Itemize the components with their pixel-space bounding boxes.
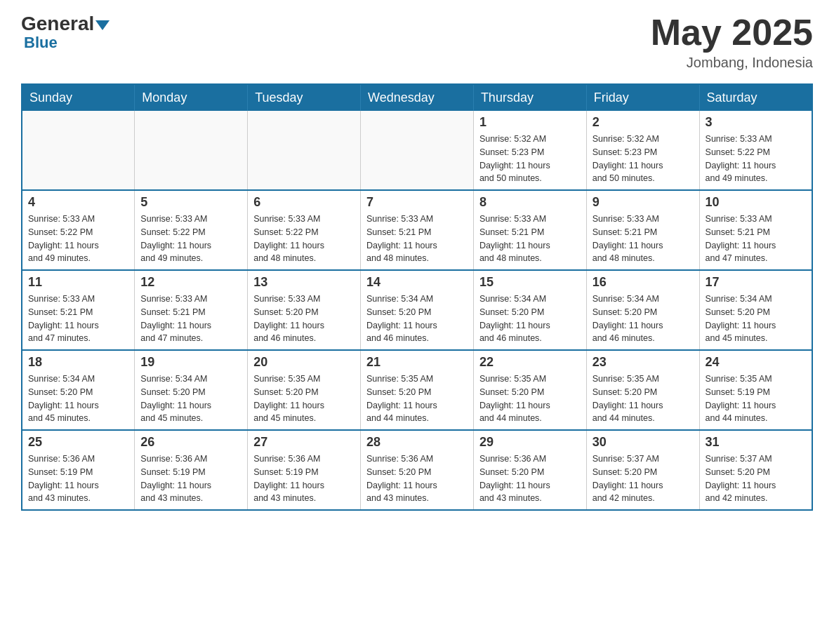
day-header-tuesday: Tuesday: [248, 84, 361, 111]
calendar-cell: 26Sunrise: 5:36 AM Sunset: 5:19 PM Dayli…: [135, 430, 248, 510]
calendar-week-row: 4Sunrise: 5:33 AM Sunset: 5:22 PM Daylig…: [22, 190, 812, 270]
day-number: 4: [28, 195, 128, 210]
calendar-cell: 30Sunrise: 5:37 AM Sunset: 5:20 PM Dayli…: [586, 430, 699, 510]
day-header-thursday: Thursday: [473, 84, 586, 111]
title-block: May 2025 Jombang, Indonesia: [651, 14, 813, 71]
day-sun-info: Sunrise: 5:34 AM Sunset: 5:20 PM Dayligh…: [366, 293, 468, 345]
logo-blue-text: Blue: [24, 34, 58, 52]
day-number: 12: [140, 275, 241, 290]
day-number: 20: [253, 355, 355, 370]
calendar-cell: 5Sunrise: 5:33 AM Sunset: 5:22 PM Daylig…: [135, 190, 248, 270]
day-number: 24: [706, 355, 806, 370]
day-header-wednesday: Wednesday: [361, 84, 474, 111]
day-sun-info: Sunrise: 5:33 AM Sunset: 5:21 PM Dayligh…: [140, 293, 241, 345]
day-header-saturday: Saturday: [699, 84, 812, 111]
day-number: 16: [593, 275, 694, 290]
day-sun-info: Sunrise: 5:32 AM Sunset: 5:23 PM Dayligh…: [479, 133, 581, 185]
day-number: 2: [593, 115, 694, 130]
calendar-cell: [248, 111, 361, 190]
calendar-cell: 2Sunrise: 5:32 AM Sunset: 5:23 PM Daylig…: [586, 111, 699, 190]
calendar-cell: 6Sunrise: 5:33 AM Sunset: 5:22 PM Daylig…: [248, 190, 361, 270]
day-sun-info: Sunrise: 5:33 AM Sunset: 5:22 PM Dayligh…: [28, 213, 128, 265]
calendar-cell: [361, 111, 474, 190]
day-sun-info: Sunrise: 5:33 AM Sunset: 5:21 PM Dayligh…: [593, 213, 694, 265]
calendar-cell: 8Sunrise: 5:33 AM Sunset: 5:21 PM Daylig…: [473, 190, 586, 270]
day-sun-info: Sunrise: 5:34 AM Sunset: 5:20 PM Dayligh…: [593, 293, 694, 345]
day-number: 29: [479, 435, 581, 450]
day-number: 10: [706, 195, 806, 210]
day-sun-info: Sunrise: 5:36 AM Sunset: 5:19 PM Dayligh…: [140, 452, 241, 505]
day-sun-info: Sunrise: 5:35 AM Sunset: 5:20 PM Dayligh…: [593, 373, 694, 425]
calendar-cell: 31Sunrise: 5:37 AM Sunset: 5:20 PM Dayli…: [699, 430, 812, 510]
day-number: 9: [593, 195, 694, 210]
calendar-cell: [135, 111, 248, 190]
calendar-cell: 15Sunrise: 5:34 AM Sunset: 5:20 PM Dayli…: [473, 270, 586, 350]
day-number: 5: [140, 195, 241, 210]
day-number: 26: [140, 435, 241, 450]
calendar-cell: 7Sunrise: 5:33 AM Sunset: 5:21 PM Daylig…: [361, 190, 474, 270]
day-number: 6: [253, 195, 355, 210]
day-number: 31: [706, 435, 806, 450]
location-subtitle: Jombang, Indonesia: [651, 55, 813, 71]
day-number: 3: [706, 115, 806, 130]
day-sun-info: Sunrise: 5:33 AM Sunset: 5:21 PM Dayligh…: [479, 213, 581, 265]
calendar-cell: 1Sunrise: 5:32 AM Sunset: 5:23 PM Daylig…: [473, 111, 586, 190]
day-number: 28: [366, 435, 468, 450]
day-header-monday: Monday: [135, 84, 248, 111]
day-number: 22: [479, 355, 581, 370]
day-sun-info: Sunrise: 5:36 AM Sunset: 5:19 PM Dayligh…: [28, 452, 128, 505]
calendar-header-row: SundayMondayTuesdayWednesdayThursdayFrid…: [22, 84, 812, 111]
day-sun-info: Sunrise: 5:35 AM Sunset: 5:20 PM Dayligh…: [253, 373, 355, 425]
day-number: 18: [28, 355, 128, 370]
calendar-cell: 3Sunrise: 5:33 AM Sunset: 5:22 PM Daylig…: [699, 111, 812, 190]
day-number: 14: [366, 275, 468, 290]
calendar-cell: 17Sunrise: 5:34 AM Sunset: 5:20 PM Dayli…: [699, 270, 812, 350]
calendar-cell: 22Sunrise: 5:35 AM Sunset: 5:20 PM Dayli…: [473, 350, 586, 430]
month-year-title: May 2025: [651, 14, 813, 51]
day-number: 30: [593, 435, 694, 450]
calendar-cell: 13Sunrise: 5:33 AM Sunset: 5:20 PM Dayli…: [248, 270, 361, 350]
calendar-cell: 25Sunrise: 5:36 AM Sunset: 5:19 PM Dayli…: [22, 430, 135, 510]
day-sun-info: Sunrise: 5:33 AM Sunset: 5:21 PM Dayligh…: [366, 213, 468, 265]
calendar-table: SundayMondayTuesdayWednesdayThursdayFrid…: [21, 83, 813, 511]
day-number: 19: [140, 355, 241, 370]
day-number: 15: [479, 275, 581, 290]
day-number: 25: [28, 435, 128, 450]
day-sun-info: Sunrise: 5:33 AM Sunset: 5:22 PM Dayligh…: [253, 213, 355, 265]
day-number: 7: [366, 195, 468, 210]
calendar-cell: 28Sunrise: 5:36 AM Sunset: 5:20 PM Dayli…: [361, 430, 474, 510]
day-header-sunday: Sunday: [22, 84, 135, 111]
calendar-cell: 14Sunrise: 5:34 AM Sunset: 5:20 PM Dayli…: [361, 270, 474, 350]
day-number: 8: [479, 195, 581, 210]
calendar-cell: 21Sunrise: 5:35 AM Sunset: 5:20 PM Dayli…: [361, 350, 474, 430]
calendar-cell: 19Sunrise: 5:34 AM Sunset: 5:20 PM Dayli…: [135, 350, 248, 430]
logo: General Blue: [21, 14, 110, 52]
calendar-cell: 16Sunrise: 5:34 AM Sunset: 5:20 PM Dayli…: [586, 270, 699, 350]
day-number: 27: [253, 435, 355, 450]
day-sun-info: Sunrise: 5:33 AM Sunset: 5:20 PM Dayligh…: [253, 293, 355, 345]
calendar-week-row: 1Sunrise: 5:32 AM Sunset: 5:23 PM Daylig…: [22, 111, 812, 190]
day-sun-info: Sunrise: 5:33 AM Sunset: 5:21 PM Dayligh…: [28, 293, 128, 345]
day-header-friday: Friday: [586, 84, 699, 111]
day-sun-info: Sunrise: 5:34 AM Sunset: 5:20 PM Dayligh…: [479, 293, 581, 345]
day-number: 17: [706, 275, 806, 290]
logo-general: General: [21, 14, 110, 34]
calendar-cell: 9Sunrise: 5:33 AM Sunset: 5:21 PM Daylig…: [586, 190, 699, 270]
calendar-cell: [22, 111, 135, 190]
calendar-cell: 27Sunrise: 5:36 AM Sunset: 5:19 PM Dayli…: [248, 430, 361, 510]
day-sun-info: Sunrise: 5:34 AM Sunset: 5:20 PM Dayligh…: [140, 373, 241, 425]
calendar-cell: 20Sunrise: 5:35 AM Sunset: 5:20 PM Dayli…: [248, 350, 361, 430]
calendar-cell: 10Sunrise: 5:33 AM Sunset: 5:21 PM Dayli…: [699, 190, 812, 270]
day-sun-info: Sunrise: 5:33 AM Sunset: 5:22 PM Dayligh…: [140, 213, 241, 265]
day-number: 23: [593, 355, 694, 370]
logo-arrow-icon: [95, 20, 110, 30]
day-number: 1: [479, 115, 581, 130]
day-sun-info: Sunrise: 5:33 AM Sunset: 5:21 PM Dayligh…: [706, 213, 806, 265]
calendar-week-row: 18Sunrise: 5:34 AM Sunset: 5:20 PM Dayli…: [22, 350, 812, 430]
calendar-cell: 11Sunrise: 5:33 AM Sunset: 5:21 PM Dayli…: [22, 270, 135, 350]
day-sun-info: Sunrise: 5:35 AM Sunset: 5:20 PM Dayligh…: [366, 373, 468, 425]
day-sun-info: Sunrise: 5:34 AM Sunset: 5:20 PM Dayligh…: [706, 293, 806, 345]
calendar-cell: 23Sunrise: 5:35 AM Sunset: 5:20 PM Dayli…: [586, 350, 699, 430]
day-sun-info: Sunrise: 5:34 AM Sunset: 5:20 PM Dayligh…: [28, 373, 128, 425]
logo-general-text: General: [21, 14, 94, 34]
